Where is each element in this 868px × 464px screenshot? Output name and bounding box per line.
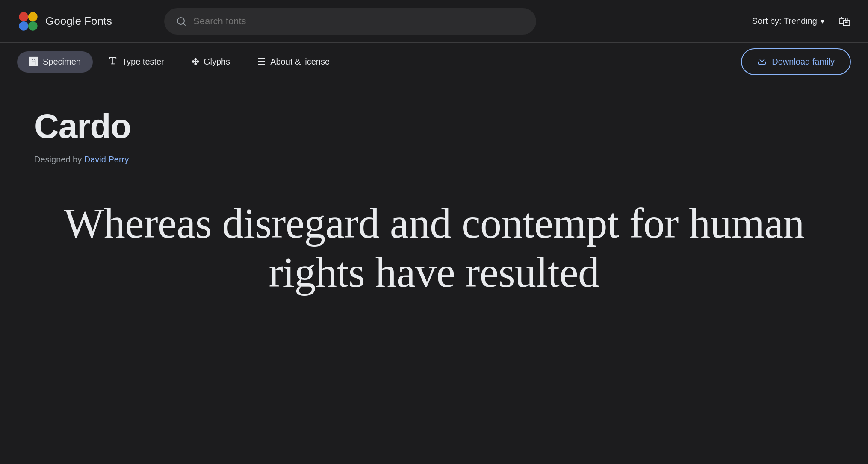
designer-credit: Designed by David Perry bbox=[34, 155, 834, 164]
sort-button[interactable]: Sort by: Trending ▾ bbox=[752, 16, 824, 26]
logo-text: Google Fonts bbox=[45, 15, 112, 28]
shopping-bag-icon: 🛍 bbox=[838, 14, 851, 29]
search-icon bbox=[176, 16, 186, 26]
logo-area[interactable]: Google Fonts bbox=[17, 10, 154, 32]
search-input[interactable] bbox=[193, 16, 524, 27]
tab-about-label: About & license bbox=[270, 57, 330, 67]
chevron-down-icon: ▾ bbox=[821, 17, 824, 26]
tab-about[interactable]: ☰ About & license bbox=[245, 51, 342, 73]
svg-point-2 bbox=[19, 21, 28, 31]
download-icon bbox=[757, 56, 767, 68]
header-right: Sort by: Trending ▾ 🛍 bbox=[752, 14, 851, 29]
tab-type-tester[interactable]: Type tester bbox=[96, 51, 176, 73]
tab-specimen-label: Specimen bbox=[43, 57, 81, 67]
tab-type-tester-label: Type tester bbox=[122, 57, 164, 67]
tab-specimen[interactable]: 🅰 Specimen bbox=[17, 51, 93, 73]
site-header: Google Fonts Sort by: Trending ▾ 🛍 bbox=[0, 0, 868, 43]
download-family-label: Download family bbox=[772, 57, 835, 67]
type-tester-icon bbox=[108, 56, 118, 68]
download-family-button[interactable]: Download family bbox=[741, 48, 851, 75]
tabs-navigation: 🅰 Specimen Type tester ✤ Glyphs ☰ About … bbox=[0, 43, 868, 81]
sort-label: Sort by: Trending bbox=[752, 16, 817, 26]
cart-button[interactable]: 🛍 bbox=[838, 14, 851, 29]
specimen-icon: 🅰 bbox=[29, 56, 38, 68]
font-name: Cardo bbox=[34, 107, 834, 146]
designer-link[interactable]: David Perry bbox=[84, 155, 129, 164]
svg-point-0 bbox=[19, 12, 28, 21]
svg-point-3 bbox=[28, 21, 38, 31]
tab-glyphs[interactable]: ✤ Glyphs bbox=[180, 51, 242, 73]
about-icon: ☰ bbox=[257, 56, 266, 68]
search-bar[interactable] bbox=[164, 8, 536, 35]
svg-point-1 bbox=[28, 12, 38, 21]
designed-by-prefix: Designed by bbox=[34, 155, 84, 164]
svg-line-5 bbox=[183, 23, 185, 25]
tab-glyphs-label: Glyphs bbox=[204, 57, 230, 67]
glyphs-icon: ✤ bbox=[192, 56, 199, 68]
main-content: Cardo Designed by David Perry Whereas di… bbox=[0, 81, 868, 331]
google-fonts-logo-icon bbox=[17, 10, 39, 32]
tabs-right: Download family bbox=[741, 48, 851, 75]
specimen-display-text: Whereas disregard and contempt for human… bbox=[34, 199, 834, 297]
